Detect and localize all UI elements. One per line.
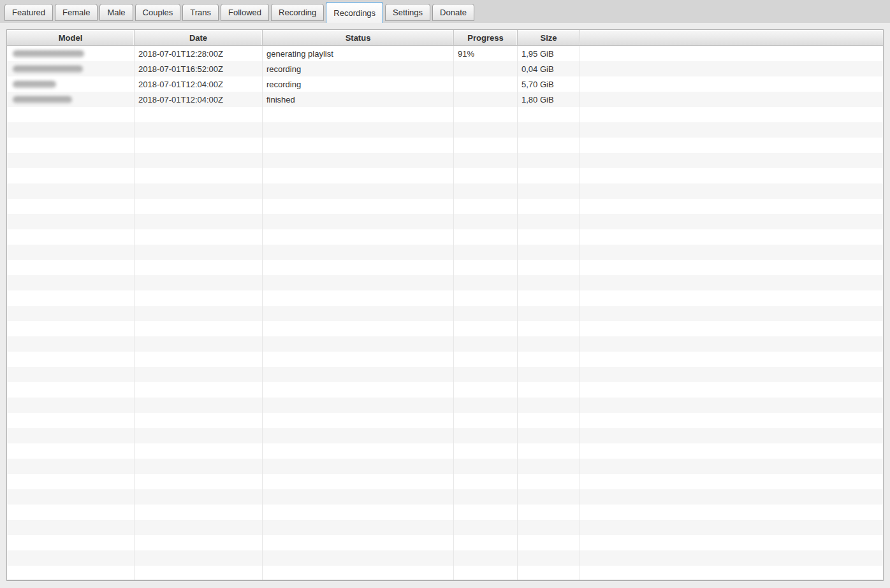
table-row-empty[interactable]	[7, 505, 883, 520]
table-row[interactable]: 2018-07-01T12:04:00Zfinished1,80 GiB	[7, 92, 883, 107]
cell-size	[518, 428, 580, 443]
cell-size	[518, 352, 580, 367]
redacted-model-name	[13, 81, 56, 88]
cell-date: 2018-07-01T16:52:00Z	[135, 61, 263, 76]
table-row-empty[interactable]	[7, 275, 883, 290]
cell-status	[263, 428, 454, 443]
cell-date	[135, 443, 263, 459]
column-header-status[interactable]: Status	[263, 30, 454, 45]
cell-model	[7, 352, 135, 367]
cell-status	[263, 459, 454, 474]
cell-model	[7, 92, 135, 107]
table-row-empty[interactable]	[7, 398, 883, 413]
cell-model	[7, 122, 135, 138]
cell-spacer	[580, 122, 883, 138]
cell-model	[7, 459, 135, 474]
cell-status	[263, 199, 454, 214]
table-row-empty[interactable]	[7, 229, 883, 245]
cell-date	[135, 153, 263, 168]
table-row-empty[interactable]	[7, 367, 883, 382]
cell-progress	[454, 413, 518, 428]
table-row-empty[interactable]	[7, 352, 883, 367]
cell-status	[263, 336, 454, 352]
column-header-model[interactable]: Model	[7, 30, 135, 45]
cell-spacer	[580, 382, 883, 398]
table-row-empty[interactable]	[7, 183, 883, 199]
cell-model	[7, 336, 135, 352]
cell-status	[263, 489, 454, 505]
tab-followed[interactable]: Followed	[221, 4, 269, 21]
cell-date	[135, 352, 263, 367]
cell-date	[135, 229, 263, 245]
cell-progress	[454, 398, 518, 413]
table-row-empty[interactable]	[7, 443, 883, 459]
tab-recordings[interactable]: Recordings	[326, 2, 383, 23]
table-row[interactable]: 2018-07-01T16:52:00Zrecording0,04 GiB	[7, 61, 883, 76]
cell-size	[518, 321, 580, 336]
tab-settings[interactable]: Settings	[385, 4, 430, 21]
table-row-empty[interactable]	[7, 214, 883, 229]
table-row-empty[interactable]	[7, 122, 883, 138]
cell-status	[263, 275, 454, 290]
cell-status	[263, 153, 454, 168]
table-row-empty[interactable]	[7, 290, 883, 306]
tab-featured[interactable]: Featured	[4, 4, 53, 21]
cell-size	[518, 138, 580, 153]
cell-progress	[454, 122, 518, 138]
tab-couples[interactable]: Couples	[135, 4, 181, 21]
tab-male[interactable]: Male	[99, 4, 133, 21]
cell-progress	[454, 505, 518, 520]
table-row-empty[interactable]	[7, 474, 883, 489]
cell-size	[518, 566, 580, 580]
cell-size	[518, 489, 580, 505]
table-row-empty[interactable]	[7, 428, 883, 443]
table-row-empty[interactable]	[7, 138, 883, 153]
table-row-empty[interactable]	[7, 550, 883, 566]
tab-recording[interactable]: Recording	[271, 4, 324, 21]
table-row-empty[interactable]	[7, 321, 883, 336]
tab-trans[interactable]: Trans	[182, 4, 219, 21]
table-row-empty[interactable]	[7, 153, 883, 168]
table-row-empty[interactable]	[7, 413, 883, 428]
cell-model	[7, 153, 135, 168]
cell-model	[7, 413, 135, 428]
table-row-empty[interactable]	[7, 336, 883, 352]
table-row-empty[interactable]	[7, 306, 883, 321]
cell-spacer	[580, 489, 883, 505]
table-row[interactable]: 2018-07-01T12:28:00Zgenerating playlist9…	[7, 46, 883, 61]
table-row-empty[interactable]	[7, 107, 883, 122]
cell-spacer	[580, 398, 883, 413]
tab-female[interactable]: Female	[55, 4, 98, 21]
table-row-empty[interactable]	[7, 566, 883, 580]
cell-spacer	[580, 443, 883, 459]
tab-donate[interactable]: Donate	[432, 4, 474, 21]
cell-spacer	[580, 199, 883, 214]
cell-status	[263, 168, 454, 183]
table-row-empty[interactable]	[7, 245, 883, 260]
cell-progress	[454, 336, 518, 352]
cell-status	[263, 122, 454, 138]
table-row-empty[interactable]	[7, 535, 883, 550]
cell-status: recording	[263, 61, 454, 76]
cell-progress	[454, 367, 518, 382]
table-row[interactable]: 2018-07-01T12:04:00Zrecording5,70 GiB	[7, 76, 883, 92]
table-row-empty[interactable]	[7, 260, 883, 275]
column-header-size[interactable]: Size	[518, 30, 580, 45]
column-header-date[interactable]: Date	[135, 30, 263, 45]
table-row-empty[interactable]	[7, 382, 883, 398]
table-row-empty[interactable]	[7, 520, 883, 535]
cell-model	[7, 535, 135, 550]
redacted-model-name	[13, 66, 83, 73]
table-row-empty[interactable]	[7, 199, 883, 214]
cell-spacer	[580, 428, 883, 443]
cell-date	[135, 367, 263, 382]
cell-date	[135, 290, 263, 306]
cell-spacer	[580, 306, 883, 321]
cell-progress	[454, 245, 518, 260]
column-header-progress[interactable]: Progress	[454, 30, 518, 45]
table-row-empty[interactable]	[7, 168, 883, 183]
table-row-empty[interactable]	[7, 459, 883, 474]
table-row-empty[interactable]	[7, 489, 883, 505]
cell-date	[135, 275, 263, 290]
cell-spacer	[580, 321, 883, 336]
